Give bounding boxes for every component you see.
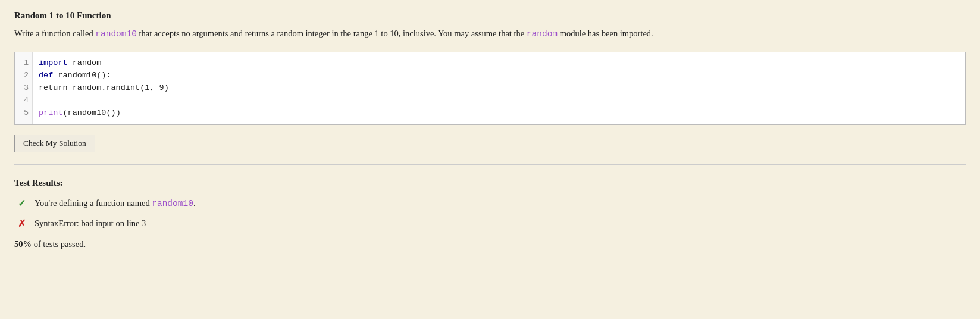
tests-passed-percent: 50% <box>14 239 32 249</box>
pass-icon: ✓ <box>14 196 29 211</box>
page-container: Random 1 to 10 Function Write a function… <box>0 0 980 262</box>
test-results-section: Test Results: ✓ You're defining a functi… <box>14 176 966 252</box>
random10-result-code: random10 <box>152 199 193 208</box>
tests-passed-rest: of tests passed. <box>32 239 86 249</box>
check-solution-button[interactable]: Check My Solution <box>14 135 95 152</box>
line-numbers: 1 2 3 4 5 <box>15 52 33 124</box>
test-results-title: Test Results: <box>14 178 966 188</box>
tests-passed-summary: 50% of tests passed. <box>14 239 966 249</box>
code-content[interactable]: import random def random10(): return ran… <box>33 52 965 124</box>
problem-description: Write a function called random10 that ac… <box>14 27 966 41</box>
fail-result-text: SyntaxError: bad input on line 3 <box>35 218 146 229</box>
random-inline-code: random <box>527 29 558 39</box>
test-result-pass: ✓ You're defining a function named rando… <box>14 196 966 211</box>
pass-result-text: You're defining a function named random1… <box>35 198 196 208</box>
code-editor[interactable]: 1 2 3 4 5 import random def random10(): … <box>14 52 966 125</box>
test-result-fail: ✗ SyntaxError: bad input on line 3 <box>14 217 966 231</box>
fail-icon: ✗ <box>14 217 29 231</box>
divider <box>14 164 966 165</box>
problem-title: Random 1 to 10 Function <box>14 11 966 21</box>
random10-inline-code: random10 <box>95 29 137 39</box>
